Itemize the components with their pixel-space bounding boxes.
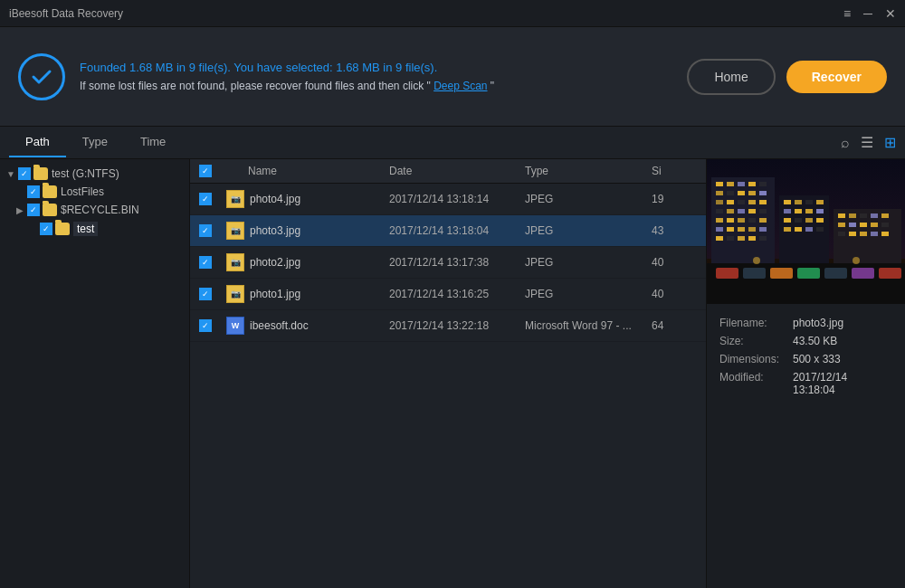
file-row[interactable]: 📷photo1.jpg2017/12/14 13:16:25JPEG40: [190, 279, 706, 310]
svg-rect-78: [879, 268, 901, 279]
preview-scene: [707, 159, 905, 304]
file-type-4: Microsoft Word 97 - ...: [525, 319, 652, 332]
file-image-icon-0: 📷: [226, 190, 244, 208]
tree-item-lostfiles[interactable]: LostFiles: [0, 183, 189, 201]
folder-icon-lostfiles: [43, 185, 57, 198]
svg-rect-58: [860, 213, 867, 218]
file-checkbox-0[interactable]: [199, 193, 212, 205]
preview-image: [707, 159, 905, 304]
svg-rect-39: [784, 200, 791, 204]
file-checkbox-2[interactable]: [199, 256, 212, 269]
tree-label-recyclebin: $RECYCLE.BIN: [61, 204, 139, 216]
file-checkbox-1[interactable]: [199, 224, 212, 237]
file-list-header: Name Date Type Si: [190, 159, 706, 184]
svg-rect-23: [716, 218, 723, 223]
header-select-all-checkbox[interactable]: [199, 165, 212, 177]
deep-scan-link[interactable]: Deep Scan: [433, 80, 487, 92]
svg-rect-27: [759, 218, 767, 223]
svg-rect-66: [838, 232, 845, 236]
file-size-3: 40: [652, 288, 697, 300]
tab-type[interactable]: Type: [66, 128, 124, 157]
tabs-bar: Path Type Time ⌕ ☰ ⊞: [0, 127, 905, 159]
header: Founded 1.68 MB in 9 file(s). You have s…: [0, 27, 905, 127]
file-doc-icon-4: W: [226, 317, 244, 335]
expand-icon[interactable]: ▼: [5, 168, 16, 179]
tree-checkbox-recyclebin[interactable]: [27, 204, 40, 216]
svg-rect-45: [805, 209, 813, 213]
menu-icon[interactable]: ≡: [843, 7, 851, 20]
svg-rect-16: [748, 200, 756, 204]
svg-rect-35: [738, 236, 745, 241]
svg-rect-7: [759, 182, 767, 186]
tab-time[interactable]: Time: [124, 128, 182, 157]
preview-size-label: Size:: [719, 335, 787, 347]
file-date-0: 2017/12/14 13:18:14: [389, 193, 525, 205]
svg-rect-69: [871, 232, 878, 236]
svg-point-80: [853, 257, 860, 264]
tab-list: Path Type Time: [9, 128, 182, 157]
expand-icon-lostfiles: [14, 186, 25, 197]
svg-rect-59: [871, 213, 878, 218]
svg-rect-36: [748, 236, 756, 241]
svg-rect-56: [838, 213, 845, 218]
tree-label-root: test (G:NTFS): [52, 167, 119, 180]
recover-button[interactable]: Recover: [786, 61, 887, 93]
expand-icon-recyclebin[interactable]: ▶: [14, 204, 25, 215]
tree-item-recyclebin[interactable]: ▶ $RECYCLE.BIN: [0, 201, 189, 219]
tree-item-test[interactable]: test: [0, 219, 189, 239]
file-rows: 📷photo4.jpg2017/12/14 13:18:14JPEG19📷pho…: [190, 184, 706, 342]
file-row[interactable]: 📷photo4.jpg2017/12/14 13:18:14JPEG19: [190, 184, 706, 215]
close-button[interactable]: ✕: [885, 7, 896, 20]
svg-rect-41: [805, 200, 813, 204]
tree-checkbox-root[interactable]: [18, 167, 31, 180]
svg-rect-18: [716, 209, 723, 213]
header-left: Founded 1.68 MB in 9 file(s). You have s…: [18, 53, 494, 100]
list-view-icon[interactable]: ☰: [861, 134, 873, 151]
folder-icon-root: [33, 167, 48, 180]
preview-info: Filename: photo3.jpg Size: 43.50 KB Dime…: [707, 304, 905, 588]
svg-rect-4: [727, 182, 734, 186]
svg-rect-21: [748, 209, 756, 213]
preview-modified-value: 2017/12/14 13:18:04: [793, 371, 892, 396]
svg-rect-63: [860, 223, 867, 227]
file-date-4: 2017/12/14 13:22:18: [389, 319, 525, 332]
svg-rect-32: [759, 227, 767, 232]
main-content: ▼ test (G:NTFS) LostFiles ▶ $RECYCLE.BIN…: [0, 159, 905, 588]
preview-filename-value: photo3.jpg: [793, 317, 843, 329]
svg-rect-17: [759, 200, 767, 204]
tree-checkbox-lostfiles[interactable]: [27, 185, 40, 198]
grid-view-icon[interactable]: ⊞: [884, 134, 896, 151]
minimize-button[interactable]: ─: [863, 7, 872, 20]
file-type-3: JPEG: [525, 288, 652, 300]
svg-rect-6: [748, 182, 756, 186]
file-checkbox-4[interactable]: [199, 319, 212, 332]
svg-rect-13: [716, 200, 723, 204]
svg-rect-12: [759, 191, 767, 195]
file-size-0: 19: [652, 193, 697, 205]
window-controls: ≡ ─ ✕: [843, 7, 896, 20]
tree-checkbox-test[interactable]: [40, 223, 52, 235]
tree-item-root[interactable]: ▼ test (G:NTFS): [0, 165, 189, 183]
search-icon[interactable]: ⌕: [841, 135, 850, 151]
file-row[interactable]: Wibeesoft.doc2017/12/14 13:22:18Microsof…: [190, 310, 706, 342]
file-row[interactable]: 📷photo3.jpg2017/12/14 13:18:04JPEG43: [190, 215, 706, 247]
svg-rect-3: [716, 182, 723, 186]
svg-rect-67: [849, 232, 856, 236]
svg-rect-26: [748, 218, 756, 223]
svg-rect-72: [716, 268, 738, 279]
svg-rect-40: [795, 200, 802, 204]
file-checkbox-3[interactable]: [199, 288, 212, 300]
tree-label-test: test: [73, 222, 98, 236]
tab-path[interactable]: Path: [9, 128, 66, 157]
home-button[interactable]: Home: [687, 59, 775, 95]
file-row[interactable]: 📷photo2.jpg2017/12/14 13:17:38JPEG40: [190, 247, 706, 279]
svg-point-79: [753, 257, 760, 264]
svg-rect-50: [816, 218, 824, 223]
svg-rect-57: [849, 213, 856, 218]
svg-rect-33: [716, 236, 723, 241]
file-size-2: 40: [652, 256, 697, 269]
svg-rect-74: [770, 268, 793, 279]
svg-rect-62: [849, 223, 856, 227]
svg-rect-11: [748, 191, 756, 195]
svg-rect-44: [795, 209, 802, 213]
